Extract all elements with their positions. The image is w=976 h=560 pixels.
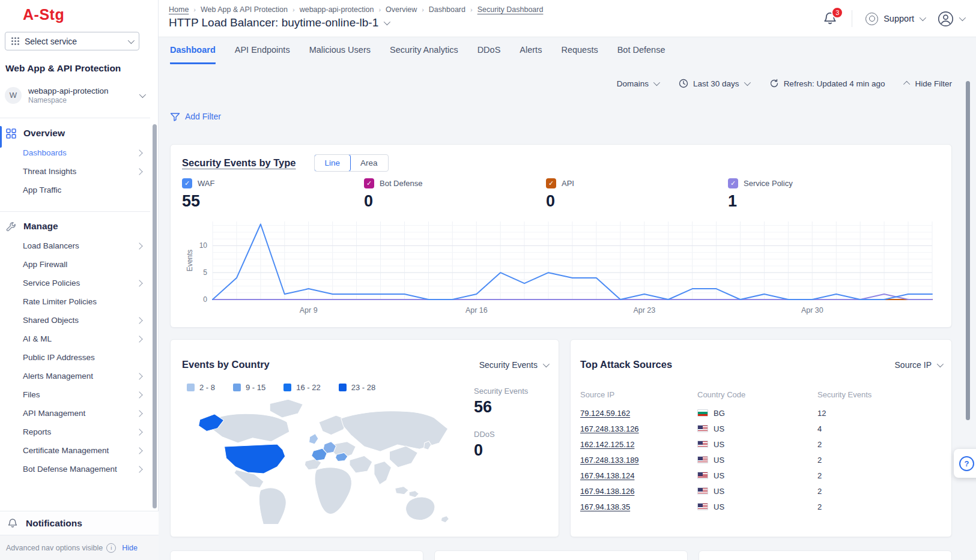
main-scrollbar[interactable] [966,81,970,420]
svg-text:0: 0 [203,295,207,304]
source-ip-link[interactable]: 167.248.133.126 [580,424,639,433]
chevron-down-icon[interactable] [384,19,390,25]
tab-bar: Dashboard API Endpoints Malicious Users … [170,45,665,64]
filter-bar: Domains Last 30 days Refresh: Updated 4 … [170,79,952,88]
refresh-button[interactable]: Refresh: Updated 4 min ago [769,79,885,88]
sidebar-item-rate-limiter-policies[interactable]: Rate Limiter Policies [0,292,150,311]
hide-advanced-nav-link[interactable]: Hide [122,544,138,552]
clock-icon [679,79,688,88]
source-ip-link[interactable]: 167.94.138.35 [580,502,630,511]
sidebar-item-certificate-management[interactable]: Certificate Management [0,441,150,460]
breadcrumb-home[interactable]: Home [169,5,189,14]
source-ip-link[interactable]: 167.94.138.124 [580,471,634,480]
card-title-security-events-by-type[interactable]: Security Events by Type [182,157,296,169]
product-title: Web App & API Protection [5,63,121,74]
sidebar-scrollbar[interactable] [153,124,157,508]
svg-text:Events: Events [186,250,194,272]
sidebar-item-reports[interactable]: Reports [0,423,150,441]
sidebar-item-files[interactable]: Files [0,385,150,404]
source-ip-link[interactable]: 167.94.138.126 [580,487,634,496]
chevron-right-icon [136,149,142,156]
sidebar-item-alerts-management[interactable]: Alerts Management [0,367,150,385]
legend-item-waf[interactable]: ✓ WAF [182,178,364,188]
breadcrumb-item[interactable]: Web App & API Protection [201,5,288,14]
sidebar-section-manage[interactable]: Manage [0,216,150,236]
domains-dropdown[interactable]: Domains [617,79,658,88]
namespace-selector[interactable]: W webapp-api-protection Namespace [5,86,144,104]
checkbox-checked-icon[interactable]: ✓ [546,178,556,188]
legend-item-service-policy[interactable]: ✓ Service Policy [728,178,910,188]
source-ip-link[interactable]: 79.124.59.162 [580,409,630,418]
select-service-dropdown[interactable]: Select service [5,32,139,50]
chevron-right-icon [136,429,142,435]
source-ip-link[interactable]: 162.142.125.12 [580,440,634,449]
flag-icon [697,456,708,463]
toggle-line[interactable]: Line [314,154,351,172]
chevron-down-icon [920,14,926,21]
sidebar-item-ai-ml[interactable]: AI & ML [0,330,150,348]
legend-item-api[interactable]: ✓ API [546,178,728,188]
tab-security-analytics[interactable]: Security Analytics [390,45,458,64]
namespace-type-label: Namespace [28,96,109,104]
sidebar-item-bot-defense-management[interactable]: Bot Defense Management [0,460,150,478]
partial-card [699,550,952,560]
hide-filter-button[interactable]: Hide Filter [905,79,952,88]
breadcrumb-item[interactable]: Dashboard [429,5,465,14]
brand-logo[interactable]: A-Stg [23,6,64,23]
help-button[interactable]: ? [954,449,976,478]
tab-alerts[interactable]: Alerts [520,45,542,64]
sidebar-item-public-ip-addresses[interactable]: Public IP Addresses [0,348,150,367]
nav-section-manage: Manage Load Balancers App Firewall Servi… [0,216,150,478]
stat-label: Security Events [474,387,528,396]
notifications-bell-button[interactable]: 3 [823,11,838,26]
sidebar-item-load-balancers[interactable]: Load Balancers [0,236,150,255]
sidebar-notifications[interactable]: Notifications [0,511,159,535]
sidebar-item-shared-objects[interactable]: Shared Objects [0,311,150,330]
refresh-icon [769,79,779,88]
sidebar-section-overview[interactable]: Overview [0,123,150,143]
tab-malicious-users[interactable]: Malicious Users [309,45,371,64]
country-russia [341,411,448,452]
add-filter-button[interactable]: Add Filter [170,112,221,121]
checkbox-checked-icon[interactable]: ✓ [728,178,738,188]
tab-api-endpoints[interactable]: API Endpoints [235,45,290,64]
bucket-swatch [233,384,241,391]
sidebar-item-dashboards[interactable]: Dashboards [0,143,150,162]
source-ip-link[interactable]: 167.248.133.189 [580,456,639,465]
sidebar-item-app-traffic[interactable]: App Traffic [0,181,150,199]
time-range-dropdown[interactable]: Last 30 days [679,79,749,88]
world-map[interactable] [179,395,461,524]
account-menu[interactable] [938,11,964,27]
checkbox-checked-icon[interactable]: ✓ [364,178,374,188]
support-menu[interactable]: Support [865,13,924,25]
breadcrumb-current[interactable]: Security Dashboard [477,5,544,14]
advanced-nav-message: Advanced nav options visible [6,544,103,552]
divider [852,10,852,27]
chevron-up-icon [903,81,910,88]
toggle-area[interactable]: Area [350,155,388,171]
sidebar-item-api-management[interactable]: API Management [0,404,150,423]
source-sort-dropdown[interactable]: Source IP [895,360,942,370]
legend-item-bot-defense[interactable]: ✓ Bot Defense [364,178,546,188]
bot-defense-count: 0 [364,192,546,211]
notification-count-badge: 3 [831,7,843,19]
country-metric-dropdown[interactable]: Security Events [479,360,548,370]
breadcrumb-item[interactable]: webapp-api-protection [300,5,374,14]
ddos-total: 0 [474,441,528,460]
wrench-icon [6,221,16,232]
sidebar-item-app-firewall[interactable]: App Firewall [0,255,150,274]
checkbox-checked-icon[interactable]: ✓ [182,178,192,188]
sidebar-item-threat-insights[interactable]: Threat Insights [0,162,150,181]
tab-requests[interactable]: Requests [561,45,598,64]
tab-bot-defense[interactable]: Bot Defense [617,45,665,64]
security-events-line-chart[interactable]: 0510Apr 9Apr 16Apr 23Apr 30Events [185,215,939,318]
tab-dashboard[interactable]: Dashboard [170,45,216,64]
namespace-avatar: W [5,87,22,104]
breadcrumb-item[interactable]: Overview [386,5,417,14]
sidebar-item-service-policies[interactable]: Service Policies [0,274,150,292]
waffle-grid-icon [11,37,19,45]
events-count: 2 [817,440,942,449]
tab-ddos[interactable]: DDoS [477,45,501,64]
flag-icon [697,472,708,479]
bucket-legend-item: 2 - 8 [187,383,215,392]
